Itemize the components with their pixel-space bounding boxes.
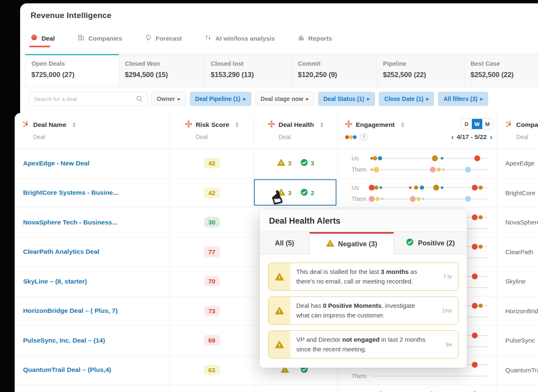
sort-arrows[interactable] <box>235 122 239 127</box>
engagement-timeline-us[interactable] <box>372 158 489 159</box>
deal-name-link[interactable]: ClearPath Analytics Deal <box>23 237 166 267</box>
sort-arrows[interactable] <box>401 122 404 127</box>
deal-name-link[interactable]: PulseSync, Inc. Deal – (14) <box>23 326 166 355</box>
deal-name-link[interactable]: ApexEdge - New Deal <box>23 149 166 178</box>
warning-icon <box>269 297 290 324</box>
filter-deal-pipeline[interactable]: Deal Pipeline (1)▸ <box>190 92 251 106</box>
engagement-dot <box>433 185 439 191</box>
toggle-day[interactable]: D <box>461 119 472 129</box>
date-range-label: 4/17 - 5/22 <box>457 133 487 140</box>
column-subtitle: Deal <box>279 134 323 140</box>
deal-name-link[interactable] <box>23 385 166 392</box>
deal-name-link[interactable]: SkyLine – (8, starter) <box>23 267 166 296</box>
engagement-dot <box>375 197 380 201</box>
filter-close-date[interactable]: Close Date (1)▸ <box>379 92 434 106</box>
table-row[interactable]: ApexEdge - New Deal 42 3 3 Us Them A <box>15 149 538 178</box>
summary-label: Best Case <box>471 60 538 67</box>
toggle-month[interactable]: M <box>482 119 493 129</box>
engagement-dot <box>441 186 443 189</box>
summary-card-pipeline[interactable]: Pipeline $252,500 (22) <box>377 54 465 87</box>
hubspot-icon <box>505 120 513 129</box>
filter-owner[interactable]: Owner▸ <box>151 92 186 106</box>
column-subtitle: Deal <box>196 134 239 140</box>
popup-tab-all[interactable]: All (5) <box>260 232 310 254</box>
deal-health-cell[interactable]: 3 2 <box>253 178 337 208</box>
deal-name-link[interactable]: HorizonBridge Deal – ( Plus, 7) <box>23 297 166 326</box>
negative-alerts: 3 <box>277 158 291 168</box>
column-title: Engagement <box>356 121 395 129</box>
deal-name-link[interactable]: NovaSphere Tech - Business... <box>23 208 166 237</box>
filter-all-filters[interactable]: All filters (3)▸ <box>438 92 488 106</box>
search-input[interactable] <box>29 92 147 106</box>
column-header-deal-name[interactable]: Deal Name Deal <box>15 113 170 149</box>
tab-deal[interactable]: Deal <box>31 34 55 42</box>
column-header-company[interactable]: Company Deal <box>497 113 538 149</box>
risk-score-badge: 70 <box>204 276 220 286</box>
engagement-dot <box>410 196 416 202</box>
chevron-right-icon[interactable]: › <box>490 133 492 141</box>
filter-deal-status[interactable]: Deal Status (1)▸ <box>318 92 375 106</box>
risk-score-cell: 77 <box>170 237 253 267</box>
engagement-cell[interactable]: Us Them <box>337 149 497 178</box>
summary-card-commit[interactable]: Commit $120,250 (9) <box>292 54 377 87</box>
tab-forecast[interactable]: Forecast <box>145 34 182 42</box>
popup-tab-positive[interactable]: Positive (2) <box>394 232 467 254</box>
sort-arrows[interactable] <box>72 122 76 127</box>
engagement-dot <box>442 168 445 171</box>
summary-card-best-case[interactable]: Best Case $252,500 (22) <box>465 54 538 87</box>
caret-icon: ▸ <box>426 96 429 101</box>
main-nav-tabs: Deal Companies Forecast AI win/loss anal… <box>31 31 332 45</box>
summary-card-open-deals[interactable]: Open Deals $725,000 (27) <box>25 54 119 87</box>
engagement-dot <box>416 197 421 201</box>
tab-label: Reports <box>308 35 332 42</box>
engagement-label-us: Us <box>352 155 372 162</box>
engagement-timeline-them[interactable] <box>372 376 489 377</box>
popup-title: Deal Health Alerts <box>260 209 467 232</box>
deal-name-link[interactable]: BrightCore Systems - Busine... <box>23 178 166 208</box>
column-header-risk-score[interactable]: Risk Score Deal <box>170 113 253 149</box>
engagement-dot <box>381 198 383 200</box>
filter-deal-stage[interactable]: Deal stage now▸ <box>255 92 314 106</box>
engagement-timeline-them[interactable] <box>372 169 489 170</box>
chevron-left-icon[interactable]: ‹ <box>451 133 454 141</box>
engagement-dot <box>370 168 373 171</box>
popup-tab-negative[interactable]: Negative (3) <box>310 232 394 254</box>
tab-ai-winloss[interactable]: AI win/loss analysis <box>204 34 275 42</box>
alert-timestamp: 1mo <box>430 297 458 324</box>
toggle-week[interactable]: W <box>472 119 482 129</box>
gong-logo-icon <box>31 34 38 42</box>
engagement-timeline-us[interactable] <box>372 187 489 188</box>
deal-health-cell[interactable] <box>253 385 337 392</box>
engagement-dot <box>472 244 478 250</box>
risk-score-badge: 63 <box>204 365 220 375</box>
summary-card-closed-won[interactable]: Closed Won $294,500 (15) <box>119 54 205 87</box>
engagement-dot <box>472 333 478 338</box>
summary-card-closed-lost[interactable]: Closed lost $153,290 (13) <box>205 54 292 87</box>
deal-health-cell[interactable]: 3 3 <box>253 149 337 178</box>
company-cell: HorizonBridge <box>497 297 538 326</box>
popup-tab-label: Negative (3) <box>338 240 378 248</box>
check-icon <box>406 238 414 248</box>
tab-companies[interactable]: Companies <box>78 34 122 42</box>
engagement-timeline-them[interactable] <box>372 199 489 199</box>
risk-score-cell <box>170 385 253 392</box>
summary-value: $252,500 (22) <box>471 71 538 79</box>
engagement-cell[interactable]: Us Them <box>337 385 497 392</box>
engagement-dot <box>479 186 483 190</box>
engagement-dot <box>472 185 478 191</box>
deal-name-link[interactable]: QuantumTrail Deal – (Plus,4) <box>23 356 166 385</box>
check-icon <box>300 188 308 198</box>
engagement-cell[interactable]: Us Them <box>337 178 497 208</box>
column-header-engagement[interactable]: Engagement ? D W M ‹ 4/17 - 5 <box>337 113 497 149</box>
popup-tab-label: All (5) <box>275 239 294 247</box>
summary-value: $725,000 (27) <box>31 71 119 79</box>
sort-arrows[interactable] <box>320 122 323 127</box>
table-row[interactable]: Us Them <box>15 385 538 392</box>
column-header-deal-health[interactable]: Deal Health Deal <box>253 113 337 149</box>
engagement-dot <box>472 362 478 368</box>
company-cell: QuantumTrail <box>497 356 538 385</box>
tab-reports[interactable]: Reports <box>297 34 332 42</box>
summary-value: $294,500 (15) <box>125 71 204 79</box>
tab-label: Forecast <box>156 35 182 42</box>
help-icon[interactable]: ? <box>360 133 367 141</box>
